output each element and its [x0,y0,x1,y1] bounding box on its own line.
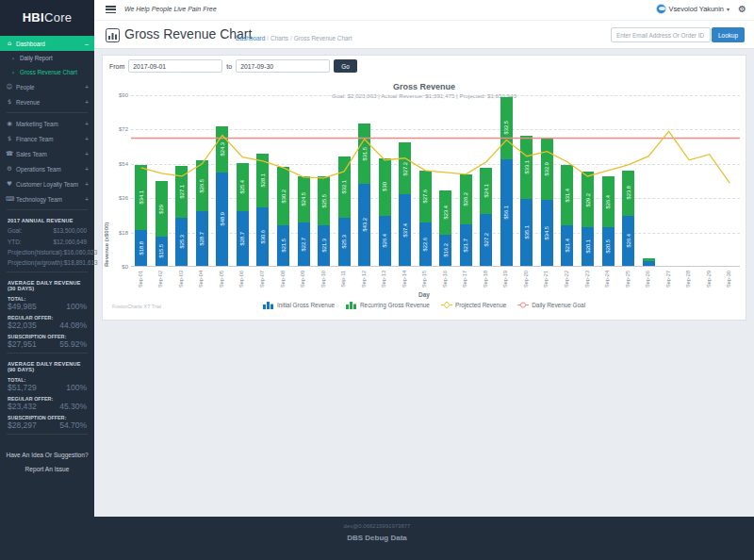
sidebar-item-label: Marketing Team [16,121,82,127]
y-tick-label: $90 [119,92,128,98]
x-tick-label: Sep-08 [280,271,286,288]
sidebar-item-daily-report[interactable]: ›Daily Report [0,51,94,65]
stat-value-row: $27,95155.92% [0,339,94,350]
user-name: Vsevolod Yakunin [669,5,724,13]
breadcrumb-separator: / [267,35,269,41]
breadcrumb-charts: Charts [270,35,288,41]
go-button[interactable]: Go [334,59,357,73]
x-tick-label: Sep-02 [157,271,163,288]
y-tick-label: $54 [119,161,128,167]
stat-row: Projection(historical):$16,060,023 [0,247,94,257]
expand-icon: – [85,41,89,47]
y-axis-title: Revenue (x$000) [104,95,109,267]
y-axis-ticks: $0$18$36$54$72$90 [111,95,128,267]
sidebar-item-people[interactable]: ☺People+ [0,79,94,94]
daily-30-stats: TOTAL:$49,985100%REGULAR OFFER:$22,03544… [0,293,94,350]
stat-label: TOTAL: [0,374,94,383]
expand-icon: + [85,99,89,106]
x-tick-label: Sep-16 [442,271,448,288]
legend-label: Initial Gross Revenue [277,302,335,308]
stat-row: Projection(w/growth):$18,891,613 [0,257,94,268]
x-tick-label: Sep-18 [483,271,488,288]
legend-item-recurring-gross-revenue[interactable]: Recurring Gross Revenue [346,301,430,309]
user-menu[interactable]: Vsevolod Yakunin ▾ [656,4,730,14]
expand-icon: + [85,181,89,188]
sidebar-item-label: Sales Team [16,151,82,157]
chart-title: Gross Revenue [103,82,746,91]
footer: dev@0.066215991973877 DBS Debug Data [0,517,754,560]
sidebar-item-label: Finance Team [16,136,82,142]
sidebar: HBICore ⌂Dashboard–›Daily Report›Gross R… [0,0,94,517]
x-tick-label: Sep-04 [198,271,204,288]
stat-row: YTD:$12,060,649 [0,236,94,246]
sidebar-item-marketing-team[interactable]: ◉Marketing Team+ [0,116,94,131]
x-tick-label: Sep-10 [320,271,326,288]
plot-area: $18.8$34.1$15.5$29$25.3$27.1$28.7$26.5$4… [131,95,740,267]
x-tick-label: Sep-19 [502,271,508,288]
sidebar-item-customer-loyalty-team[interactable]: ♥Customer Loyalty Team+ [0,176,94,191]
x-tick-label: Sep-03 [178,271,184,288]
sidebar-item-dashboard[interactable]: ⌂Dashboard– [0,36,94,51]
stat-row: Goal:$13,500,000 [0,225,94,236]
sidebar-item-technology-team[interactable]: ⌨Technology Team+ [0,191,94,206]
sidebar-item-sales-team[interactable]: ☎Sales Team+ [0,146,94,161]
expand-icon: + [85,166,89,173]
from-date-input[interactable] [128,59,222,73]
divider [7,112,88,113]
sidebar-item-finance-team[interactable]: $Finance Team+ [0,131,94,146]
sidebar-item-label: People [16,84,82,91]
divider [7,209,88,210]
legend-label: Recurring Gross Revenue [360,302,430,308]
projected-line [141,131,729,183]
daily-90-title: AVERAGE DAILY REVENUE (90 DAYS) [0,356,94,374]
stat-value-row: $28,29754.70% [0,420,94,431]
topbar: We Help People Live Pain Free Vsevolod Y… [94,0,754,21]
stat-value-row: $51,729100% [0,383,94,393]
legend-label: Projected Revenue [455,302,506,308]
to-date-input[interactable] [236,59,330,73]
x-tick-label: Sep-22 [564,271,569,288]
gear-icon[interactable]: ⚙ [738,4,746,14]
x-tick-label: Sep-23 [584,271,590,288]
y-tick-label: $36 [119,195,128,201]
stat-label: SUBSCRIPTION OFFER: [0,331,94,339]
sidebar-link-report-an-issue[interactable]: Report An Issue [0,462,94,476]
legend-item-initial-gross-revenue[interactable]: Initial Gross Revenue [263,301,335,309]
x-tick-label: Sep-06 [238,271,244,288]
breadcrumb-dashboard[interactable]: Dashboard [236,35,265,41]
legend-item-projected-revenue[interactable]: Projected Revenue [441,301,506,309]
x-tick-label: Sep-05 [219,271,224,288]
chart-card: From to Go Gross Revenue Goal: $2,023,86… [102,55,746,321]
breadcrumb: Dashboard/Charts/Gross Revenue Chart [236,35,352,41]
sidebar-item-label: Daily Report [20,55,89,61]
dollar-icon: $ [6,98,13,106]
page-header: Gross Revenue Chart Dashboard/Charts/Gro… [94,21,754,49]
chevron-right-icon: › [9,69,17,76]
sidebar-link-have-an-idea-or-suggestion[interactable]: Have An Idea Or Suggestion? [0,448,94,462]
sidebar-item-revenue[interactable]: $Revenue+ [0,94,94,109]
watermark: FusionCharts XT Trial [112,304,161,309]
dollar-icon: $ [6,135,13,142]
stat-value-row: $22,03544.08% [0,321,94,331]
sidebar-links: Have An Idea Or Suggestion?Report An Iss… [0,448,94,476]
people-icon: ☺ [6,83,13,91]
home-icon: ⌂ [6,40,13,47]
lookup-button[interactable]: Lookup [712,27,745,42]
search-input[interactable] [611,27,711,42]
footer-debug-link[interactable]: DBS Debug Data [0,534,754,542]
x-tick-label: Sep-20 [523,271,529,288]
chart-legend: Initial Gross RevenueRecurring Gross Rev… [103,301,746,309]
heart-icon: ♥ [6,180,13,188]
legend-item-daily-revenue-goal[interactable]: Daily Revenue Goal [517,301,585,309]
sidebar-item-gross-revenue-chart[interactable]: ›Gross Revenue Chart [0,65,94,79]
x-tick-label: Sep-13 [381,271,386,288]
daily-30-title: AVERAGE DAILY REVENUE (30 DAYS) [0,275,94,293]
from-label: From [109,63,124,70]
hamburger-menu-icon[interactable] [106,6,116,15]
line-layer [131,95,740,267]
sidebar-item-label: Customer Loyalty Team [16,181,82,188]
x-tick-label: Sep-15 [421,271,427,288]
annual-revenue-title: 2017 ANNUAL REVENUE [0,213,94,225]
sidebar-item-operations-team[interactable]: ⚙Operations Team+ [0,161,94,176]
divider [7,434,88,435]
